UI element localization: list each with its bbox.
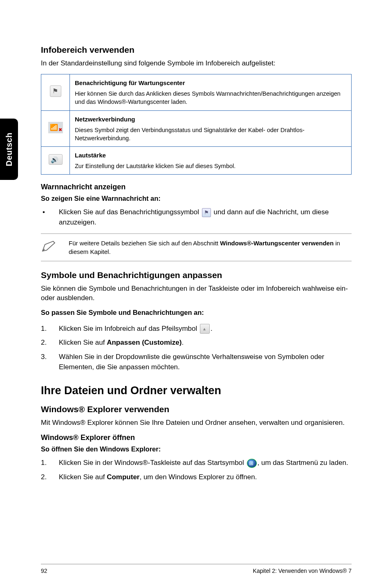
subheading-explorer-open: Windows® Explorer öffnen (41, 433, 352, 442)
start-button-icon (247, 459, 257, 468)
row-desc: Hier können Sie durch das Anklicken dies… (75, 90, 341, 105)
row-title: Benachrichtigung für Wartungscenter (75, 79, 346, 87)
action-center-icon (202, 208, 211, 217)
cell-icon (41, 110, 70, 147)
text-segment: Klicken Sie im Infobreich auf das Pfeils… (59, 325, 199, 332)
heading-symbole: Symbole und Benachrichtigungen anpassen (41, 270, 352, 280)
text-strong: Anpassen (Customize) (107, 339, 182, 346)
volume-icon (49, 154, 63, 165)
text-segment: . (211, 325, 213, 332)
language-label: Deutsch (4, 132, 14, 166)
text-segment: Klicken Sie auf (59, 339, 107, 346)
network-icon (48, 122, 63, 133)
list-item: Klicken Sie auf das Benachrichtigungssym… (41, 207, 352, 227)
steps-list: Klicken Sie im Infobreich auf das Pfeils… (41, 324, 352, 373)
list-item: Klicken Sie auf Computer, um den Windows… (41, 472, 352, 483)
table-row: Lautstärke Zur Einstellung der Lautstärk… (41, 147, 352, 175)
heading-warnnachricht: Warnnachricht anzeigen (41, 183, 352, 191)
row-title: Lautstärke (75, 151, 346, 159)
language-side-tab: Deutsch (0, 119, 18, 180)
table-row: Netzwerkverbindung Dieses Symbol zeigt d… (41, 110, 352, 147)
text-segment: Für weitere Details beziehen Sie sich au… (69, 240, 220, 247)
subheading-symbole: So passen Sie Symbole und Benachrichtung… (41, 309, 352, 316)
text-segment: Klicken Sie in der Windows®-Taskleiste a… (59, 459, 246, 467)
intro-explorer: Mit Windows® Explorer können Sie Ihre Da… (41, 418, 352, 428)
text-strong: Computer (107, 473, 139, 481)
page-footer: 92 Kapitel 2: Verwenden von Windows® 7 (41, 564, 352, 574)
cell-icon (41, 147, 70, 175)
subsub-explorer-open: So öffnen Sie den Windows Explorer: (41, 445, 352, 453)
list-item: Klicken Sie auf Anpassen (Customize). (41, 338, 352, 348)
note-box: Für weitere Details beziehen Sie sich au… (41, 233, 352, 261)
overflow-arrow-icon (200, 324, 210, 334)
cell-desc: Benachrichtigung für Wartungscenter Hier… (70, 74, 352, 110)
list-item: Wählen Sie in der Dropdownliste die gewü… (41, 352, 352, 372)
bullet-list: Klicken Sie auf das Benachrichtigungssym… (41, 207, 352, 227)
text-segment: , um den Windows Explorer zu öffnen. (139, 473, 257, 481)
heading-explorer: Windows® Explorer verwenden (41, 404, 352, 414)
cell-desc: Netzwerkverbindung Dieses Symbol zeigt d… (70, 110, 352, 147)
heading-infobereich: Infobereich verwenden (41, 45, 352, 55)
table-row: Benachrichtigung für Wartungscenter Hier… (41, 74, 352, 110)
cell-desc: Lautstärke Zur Einstellung der Lautstärk… (70, 147, 352, 175)
note-text: Für weitere Details beziehen Sie sich au… (69, 239, 352, 256)
text-segment: Klicken Sie auf das Benachrichtigungssym… (59, 208, 201, 216)
text-strong: Windows®-Wartungscenter verwenden (220, 240, 334, 247)
text-segment: . (182, 339, 184, 346)
page-content: Infobereich verwenden In der Standardein… (41, 45, 352, 489)
list-item: Klicken Sie in der Windows®-Taskleiste a… (41, 458, 352, 468)
page-number: 92 (41, 568, 47, 574)
action-center-icon (50, 85, 61, 97)
notification-table: Benachrichtigung für Wartungscenter Hier… (41, 74, 352, 175)
intro-infobereich: In der Standardeinstellung sind folgende… (41, 59, 352, 68)
cell-icon (41, 74, 70, 110)
text-segment: , um das Startmenü zu laden. (258, 459, 348, 467)
note-icon (41, 239, 61, 256)
chapter-label: Kapitel 2: Verwenden von Windows® 7 (253, 568, 352, 574)
list-item: Klicken Sie im Infobreich auf das Pfeils… (41, 324, 352, 334)
row-desc: Dieses Symbol zeigt den Verbindungsstatu… (75, 127, 305, 141)
row-title: Netzwerkverbindung (75, 115, 346, 123)
text-segment: Klicken Sie auf (59, 473, 107, 481)
heading-dateien: Ihre Dateien und Ordner verwalten (41, 384, 352, 397)
intro-symbole: Sie können die Symbole und Benachrichtun… (41, 284, 352, 303)
subheading-warnnachricht: So zeigen Sie eine Warnnachricht an: (41, 195, 352, 202)
row-desc: Zur Einstellung der Lautstärke klicken S… (75, 163, 235, 169)
steps-list: Klicken Sie in der Windows®-Taskleiste a… (41, 458, 352, 482)
